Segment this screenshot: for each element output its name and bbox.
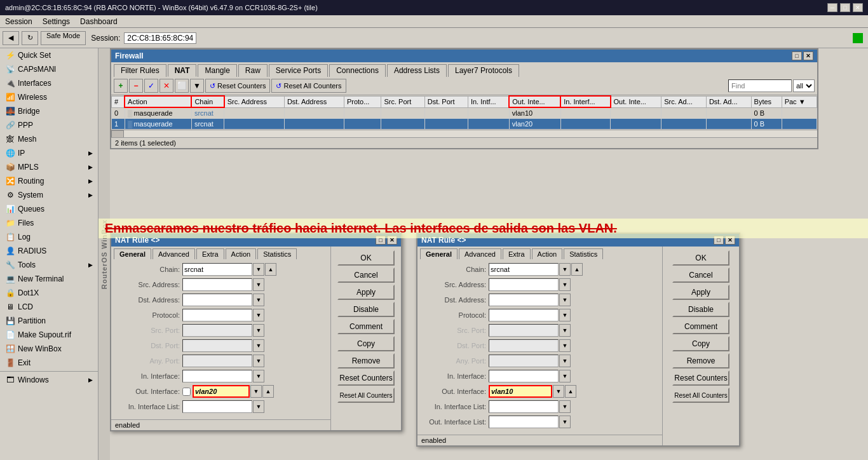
sidebar-item-bridge[interactable]: 🌉 Bridge [0, 104, 98, 118]
dst-port-input-1[interactable] [182, 339, 252, 352]
ok-btn-2[interactable]: OK [672, 250, 729, 266]
firewall-close-btn[interactable]: ✕ [803, 51, 813, 60]
fw-filter-btn[interactable]: ▼ [190, 79, 204, 93]
src-port-dropdown-1[interactable]: ▼ [253, 324, 264, 337]
maximize-btn[interactable]: □ [840, 3, 850, 12]
sidebar-item-ip[interactable]: 🌐 IP ▶ [0, 146, 98, 160]
remove-btn-1[interactable]: Remove [337, 353, 395, 369]
copy-btn-2[interactable]: Copy [672, 336, 729, 351]
tab-service-ports[interactable]: Service Ports [269, 64, 328, 77]
cancel-btn-2[interactable]: Cancel [672, 267, 729, 283]
out-intf-scroll-up-1[interactable]: ▲ [262, 385, 274, 398]
chain-scroll-up-1[interactable]: ▲ [265, 263, 276, 276]
src-addr-dropdown-1[interactable]: ▼ [253, 278, 264, 291]
fw-enable-btn[interactable]: ✓ [144, 79, 158, 93]
apply-btn-2[interactable]: Apply [672, 285, 729, 300]
sidebar-item-partition[interactable]: 💾 Partition [0, 314, 98, 328]
out-intf-dropdown-1[interactable]: ▼ [250, 385, 262, 398]
in-intf-dropdown-1[interactable]: ▼ [253, 370, 264, 382]
copy-btn-1[interactable]: Copy [337, 336, 395, 351]
cancel-btn-1[interactable]: Cancel [337, 267, 395, 283]
sidebar-item-files[interactable]: 📁 Files [0, 216, 98, 230]
protocol-input-2[interactable] [489, 309, 559, 321]
out-intf-scroll-up-2[interactable]: ▲ [565, 385, 576, 398]
sidebar-item-new-terminal[interactable]: 💻 New Terminal [0, 272, 98, 286]
menu-session[interactable]: Session [3, 17, 35, 26]
in-intf-list-dropdown-2[interactable]: ▼ [559, 400, 571, 413]
out-intf-check-1[interactable] [182, 388, 191, 396]
dst-port-dropdown-1[interactable]: ▼ [253, 339, 264, 352]
ok-btn-1[interactable]: OK [337, 250, 395, 266]
in-intf-list-input-2[interactable] [489, 400, 559, 413]
tab-filter-rules[interactable]: Filter Rules [114, 64, 166, 77]
src-port-input-2[interactable] [489, 324, 559, 337]
tab-advanced-2[interactable]: Advanced [459, 248, 501, 259]
tab-general-1[interactable]: General [114, 248, 151, 259]
out-intf-list-dropdown-2[interactable]: ▼ [559, 416, 571, 428]
sidebar-item-windows[interactable]: 🗔 Windows ▶ [0, 373, 98, 387]
protocol-dropdown-2[interactable]: ▼ [559, 309, 571, 321]
in-intf-input-1[interactable] [182, 370, 252, 382]
apply-btn-1[interactable]: Apply [337, 285, 395, 300]
sidebar-item-interfaces[interactable]: 🔌 Interfaces [0, 76, 98, 90]
out-intf-input-2[interactable] [489, 385, 552, 398]
tab-extra-1[interactable]: Extra [196, 248, 224, 259]
in-intf-list-dropdown-1[interactable]: ▼ [253, 400, 264, 413]
src-addr-input-2[interactable] [489, 278, 559, 291]
tab-action-1[interactable]: Action [226, 248, 257, 259]
sidebar-item-make-supout[interactable]: 📄 Make Supout.rif [0, 328, 98, 342]
fw-copy-btn[interactable]: ⬜ [175, 79, 189, 93]
minimize-btn[interactable]: ─ [827, 3, 837, 12]
src-port-input-1[interactable] [182, 324, 252, 337]
menu-settings[interactable]: Settings [40, 17, 72, 26]
remove-btn-2[interactable]: Remove [672, 353, 729, 369]
sidebar-item-quick-set[interactable]: ⚡ Quick Set [0, 48, 98, 62]
sidebar-item-dot1x[interactable]: 🔒 Dot1X [0, 286, 98, 300]
sidebar-item-lcd[interactable]: 🖥 LCD [0, 300, 98, 314]
in-intf-input-2[interactable] [489, 370, 559, 382]
tab-connections[interactable]: Connections [329, 64, 386, 77]
sidebar-item-exit[interactable]: 🚪 Exit [0, 356, 98, 370]
tab-advanced-1[interactable]: Advanced [153, 248, 195, 259]
tab-layer7-protocols[interactable]: Layer7 Protocols [448, 64, 519, 77]
out-intf-list-input-2[interactable] [489, 416, 559, 428]
any-port-dropdown-1[interactable]: ▼ [253, 355, 264, 367]
fw-add-btn[interactable]: + [114, 79, 128, 93]
disable-btn-1[interactable]: Disable [337, 302, 395, 317]
fw-remove-btn[interactable]: − [129, 79, 143, 93]
sidebar-item-log[interactable]: 📋 Log [0, 230, 98, 244]
reset-all-counters-btn-2[interactable]: Reset AIl Counters [672, 388, 729, 403]
tab-address-lists[interactable]: Address Lists [387, 64, 447, 77]
refresh-btn[interactable]: ↻ [22, 31, 38, 45]
dst-addr-dropdown-1[interactable]: ▼ [253, 294, 264, 306]
table-row[interactable]: 1 ░masquerade srcnat vlan20 [112, 119, 817, 130]
any-port-input-2[interactable] [489, 355, 559, 367]
sidebar-item-mesh[interactable]: 🕸 Mesh [0, 132, 98, 146]
in-intf-dropdown-2[interactable]: ▼ [559, 370, 571, 382]
fw-reset-all-counters-btn[interactable]: ↺ Reset All Counters [271, 79, 346, 93]
comment-btn-2[interactable]: Comment [672, 319, 729, 334]
tab-extra-2[interactable]: Extra [503, 248, 531, 259]
chain-dropdown-2[interactable]: ▼ [559, 263, 571, 276]
firewall-minimize-btn[interactable]: □ [792, 51, 802, 60]
reset-counters-btn-2[interactable]: Reset Counters [672, 370, 729, 386]
src-port-dropdown-2[interactable]: ▼ [559, 324, 571, 337]
protocol-input-1[interactable] [182, 309, 252, 321]
sidebar-item-queues[interactable]: 📊 Queues [0, 202, 98, 216]
safe-mode-btn[interactable]: Safe Mode [41, 31, 86, 45]
any-port-input-1[interactable] [182, 355, 252, 367]
sidebar-item-system[interactable]: ⚙ System ▶ [0, 188, 98, 202]
tab-nat[interactable]: NAT [168, 64, 197, 77]
sidebar-item-wireless[interactable]: 📶 Wireless [0, 90, 98, 104]
any-port-dropdown-2[interactable]: ▼ [559, 355, 571, 367]
comment-btn-1[interactable]: Comment [337, 319, 395, 334]
reset-all-counters-btn-1[interactable]: Reset All Counters [337, 388, 395, 403]
dst-addr-dropdown-2[interactable]: ▼ [559, 294, 571, 306]
chain-input-1[interactable] [182, 263, 252, 276]
dst-addr-input-2[interactable] [489, 294, 559, 306]
back-btn[interactable]: ◀ [3, 31, 19, 45]
chain-input-2[interactable] [489, 263, 559, 276]
sidebar-item-ppp[interactable]: 🔗 PPP [0, 118, 98, 132]
dst-port-dropdown-2[interactable]: ▼ [559, 339, 571, 352]
table-scrollbar[interactable] [111, 130, 817, 137]
